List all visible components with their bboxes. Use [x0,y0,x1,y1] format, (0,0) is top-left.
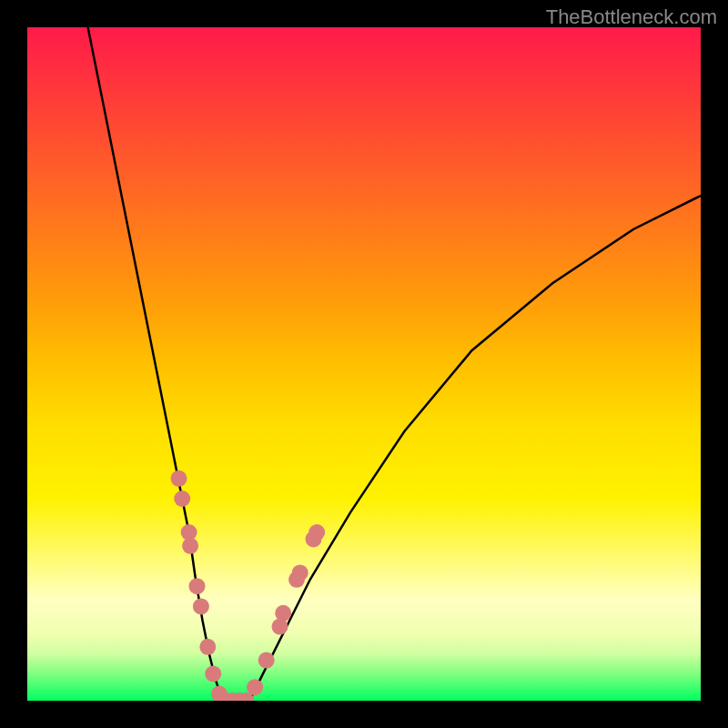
marker-dot [199,639,216,655]
marker-dot [258,652,275,669]
marker-dot [308,524,325,541]
plot-area [27,27,701,701]
marker-dot [174,490,190,507]
marker-dot [292,564,308,581]
bottleneck-curve-right [249,196,701,701]
marker-dot [193,598,209,614]
marker-dot [205,665,221,682]
marker-dot [275,605,291,622]
chart-container: TheBottleneck.com [0,0,728,728]
watermark-text: TheBottleneck.com [546,5,717,29]
curve-paths [88,27,701,701]
marker-dot [171,470,187,487]
marker-dot [189,578,206,594]
marker-dots [171,470,326,701]
marker-dot [247,679,263,695]
bottleneck-curve-svg [27,27,701,701]
marker-dot [182,538,198,554]
